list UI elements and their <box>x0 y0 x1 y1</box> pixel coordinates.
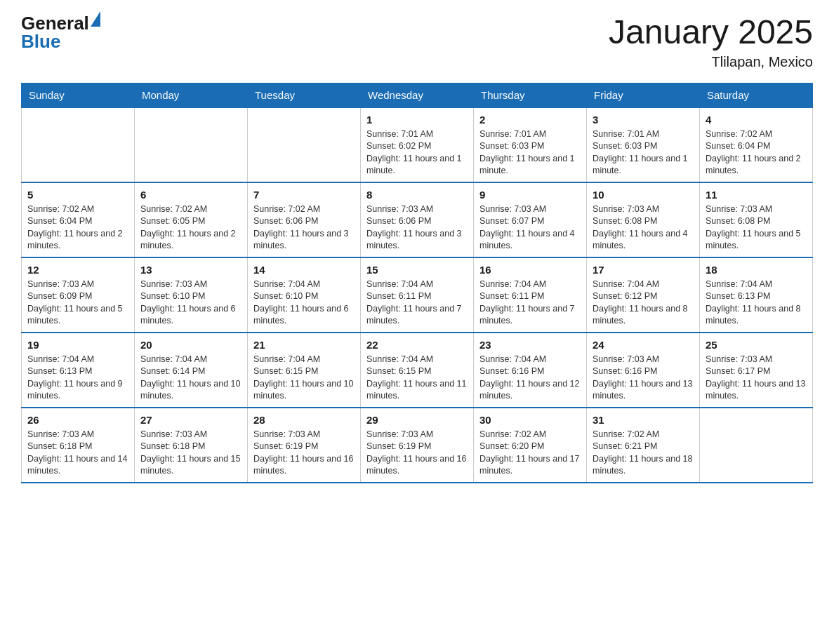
calendar-cell: 19Sunrise: 7:04 AM Sunset: 6:13 PM Dayli… <box>22 333 135 408</box>
calendar-cell: 31Sunrise: 7:02 AM Sunset: 6:21 PM Dayli… <box>587 408 700 483</box>
day-number: 31 <box>593 412 694 427</box>
weekday-header-tuesday: Tuesday <box>248 83 361 107</box>
calendar-cell: 17Sunrise: 7:04 AM Sunset: 6:12 PM Dayli… <box>587 257 700 333</box>
calendar-cell: 26Sunrise: 7:03 AM Sunset: 6:18 PM Dayli… <box>22 408 135 483</box>
day-info: Sunrise: 7:04 AM Sunset: 6:13 PM Dayligh… <box>27 354 128 403</box>
day-info: Sunrise: 7:03 AM Sunset: 6:19 PM Dayligh… <box>253 429 355 478</box>
calendar-cell: 14Sunrise: 7:04 AM Sunset: 6:10 PM Dayli… <box>248 257 361 333</box>
day-info: Sunrise: 7:03 AM Sunset: 6:18 PM Dayligh… <box>140 429 241 478</box>
calendar-week-row: 5Sunrise: 7:02 AM Sunset: 6:04 PM Daylig… <box>22 182 813 257</box>
logo: General Blue <box>21 14 100 51</box>
calendar-title: January 2025 <box>609 14 813 51</box>
calendar-cell <box>700 408 813 483</box>
day-info: Sunrise: 7:02 AM Sunset: 6:20 PM Dayligh… <box>479 429 581 478</box>
day-number: 19 <box>27 337 128 352</box>
calendar-cell: 7Sunrise: 7:02 AM Sunset: 6:06 PM Daylig… <box>248 182 361 257</box>
weekday-header-row: SundayMondayTuesdayWednesdayThursdayFrid… <box>22 83 813 107</box>
day-info: Sunrise: 7:03 AM Sunset: 6:17 PM Dayligh… <box>706 354 807 403</box>
calendar-cell: 10Sunrise: 7:03 AM Sunset: 6:08 PM Dayli… <box>587 182 700 257</box>
weekday-header-monday: Monday <box>135 83 248 107</box>
calendar-cell: 6Sunrise: 7:02 AM Sunset: 6:05 PM Daylig… <box>135 182 248 257</box>
day-number: 16 <box>479 262 581 277</box>
day-number: 12 <box>27 262 128 277</box>
day-number: 23 <box>479 337 581 352</box>
logo-general-text: General <box>21 14 89 32</box>
title-area: January 2025 Tlilapan, Mexico <box>609 14 813 70</box>
day-info: Sunrise: 7:04 AM Sunset: 6:10 PM Dayligh… <box>253 279 355 328</box>
logo-text: General Blue <box>21 14 100 51</box>
calendar-cell: 12Sunrise: 7:03 AM Sunset: 6:09 PM Dayli… <box>22 257 135 333</box>
calendar-cell: 18Sunrise: 7:04 AM Sunset: 6:13 PM Dayli… <box>700 257 813 333</box>
day-number: 30 <box>479 412 581 427</box>
day-number: 24 <box>593 337 694 352</box>
day-number: 4 <box>706 112 807 127</box>
weekday-header-friday: Friday <box>587 83 700 107</box>
calendar-cell: 8Sunrise: 7:03 AM Sunset: 6:06 PM Daylig… <box>361 182 474 257</box>
calendar-cell: 3Sunrise: 7:01 AM Sunset: 6:03 PM Daylig… <box>587 107 700 182</box>
day-number: 11 <box>706 187 807 202</box>
day-info: Sunrise: 7:02 AM Sunset: 6:04 PM Dayligh… <box>27 203 128 253</box>
day-info: Sunrise: 7:03 AM Sunset: 6:16 PM Dayligh… <box>593 354 694 403</box>
day-info: Sunrise: 7:02 AM Sunset: 6:21 PM Dayligh… <box>593 429 694 478</box>
calendar-cell: 29Sunrise: 7:03 AM Sunset: 6:19 PM Dayli… <box>361 408 474 483</box>
calendar-cell: 1Sunrise: 7:01 AM Sunset: 6:02 PM Daylig… <box>361 107 474 182</box>
calendar-cell: 9Sunrise: 7:03 AM Sunset: 6:07 PM Daylig… <box>474 182 587 257</box>
day-number: 5 <box>27 187 128 202</box>
day-number: 28 <box>253 412 355 427</box>
day-number: 3 <box>593 112 694 127</box>
day-info: Sunrise: 7:03 AM Sunset: 6:06 PM Dayligh… <box>366 203 468 253</box>
day-number: 13 <box>140 262 241 277</box>
calendar-cell: 30Sunrise: 7:02 AM Sunset: 6:20 PM Dayli… <box>474 408 587 483</box>
day-number: 7 <box>253 187 355 202</box>
day-info: Sunrise: 7:03 AM Sunset: 6:10 PM Dayligh… <box>140 279 241 328</box>
day-info: Sunrise: 7:04 AM Sunset: 6:11 PM Dayligh… <box>479 279 581 328</box>
day-info: Sunrise: 7:01 AM Sunset: 6:03 PM Dayligh… <box>593 128 694 177</box>
calendar-cell: 5Sunrise: 7:02 AM Sunset: 6:04 PM Daylig… <box>22 182 135 257</box>
day-number: 21 <box>253 337 355 352</box>
day-info: Sunrise: 7:03 AM Sunset: 6:18 PM Dayligh… <box>27 429 128 478</box>
day-info: Sunrise: 7:02 AM Sunset: 6:06 PM Dayligh… <box>253 203 355 253</box>
calendar-cell: 15Sunrise: 7:04 AM Sunset: 6:11 PM Dayli… <box>361 257 474 333</box>
weekday-header-sunday: Sunday <box>22 83 135 107</box>
day-info: Sunrise: 7:01 AM Sunset: 6:03 PM Dayligh… <box>479 128 581 177</box>
day-info: Sunrise: 7:03 AM Sunset: 6:08 PM Dayligh… <box>706 203 807 253</box>
calendar-cell <box>22 107 135 182</box>
day-number: 22 <box>366 337 468 352</box>
calendar-cell: 28Sunrise: 7:03 AM Sunset: 6:19 PM Dayli… <box>248 408 361 483</box>
calendar-cell: 16Sunrise: 7:04 AM Sunset: 6:11 PM Dayli… <box>474 257 587 333</box>
calendar-cell: 24Sunrise: 7:03 AM Sunset: 6:16 PM Dayli… <box>587 333 700 408</box>
calendar-cell: 27Sunrise: 7:03 AM Sunset: 6:18 PM Dayli… <box>135 408 248 483</box>
day-info: Sunrise: 7:04 AM Sunset: 6:11 PM Dayligh… <box>366 279 468 328</box>
day-number: 6 <box>140 187 241 202</box>
calendar-cell: 20Sunrise: 7:04 AM Sunset: 6:14 PM Dayli… <box>135 333 248 408</box>
calendar-week-row: 12Sunrise: 7:03 AM Sunset: 6:09 PM Dayli… <box>22 257 813 333</box>
weekday-header-saturday: Saturday <box>700 83 813 107</box>
calendar-cell <box>248 107 361 182</box>
day-info: Sunrise: 7:04 AM Sunset: 6:15 PM Dayligh… <box>366 354 468 403</box>
day-info: Sunrise: 7:03 AM Sunset: 6:19 PM Dayligh… <box>366 429 468 478</box>
calendar-week-row: 26Sunrise: 7:03 AM Sunset: 6:18 PM Dayli… <box>22 408 813 483</box>
day-number: 25 <box>706 337 807 352</box>
day-number: 1 <box>366 112 468 127</box>
day-number: 26 <box>27 412 128 427</box>
calendar-cell: 21Sunrise: 7:04 AM Sunset: 6:15 PM Dayli… <box>248 333 361 408</box>
day-number: 14 <box>253 262 355 277</box>
calendar-cell: 2Sunrise: 7:01 AM Sunset: 6:03 PM Daylig… <box>474 107 587 182</box>
weekday-header-thursday: Thursday <box>474 83 587 107</box>
day-info: Sunrise: 7:03 AM Sunset: 6:07 PM Dayligh… <box>479 203 581 253</box>
calendar-week-row: 1Sunrise: 7:01 AM Sunset: 6:02 PM Daylig… <box>22 107 813 182</box>
day-info: Sunrise: 7:04 AM Sunset: 6:15 PM Dayligh… <box>253 354 355 403</box>
day-number: 17 <box>593 262 694 277</box>
day-info: Sunrise: 7:04 AM Sunset: 6:13 PM Dayligh… <box>706 279 807 328</box>
day-number: 8 <box>366 187 468 202</box>
day-number: 15 <box>366 262 468 277</box>
day-info: Sunrise: 7:04 AM Sunset: 6:12 PM Dayligh… <box>593 279 694 328</box>
weekday-header-wednesday: Wednesday <box>361 83 474 107</box>
day-info: Sunrise: 7:03 AM Sunset: 6:08 PM Dayligh… <box>593 203 694 253</box>
day-number: 10 <box>593 187 694 202</box>
day-info: Sunrise: 7:03 AM Sunset: 6:09 PM Dayligh… <box>27 279 128 328</box>
day-info: Sunrise: 7:01 AM Sunset: 6:02 PM Dayligh… <box>366 128 468 177</box>
day-info: Sunrise: 7:02 AM Sunset: 6:04 PM Dayligh… <box>706 128 807 177</box>
day-number: 29 <box>366 412 468 427</box>
day-number: 2 <box>479 112 581 127</box>
